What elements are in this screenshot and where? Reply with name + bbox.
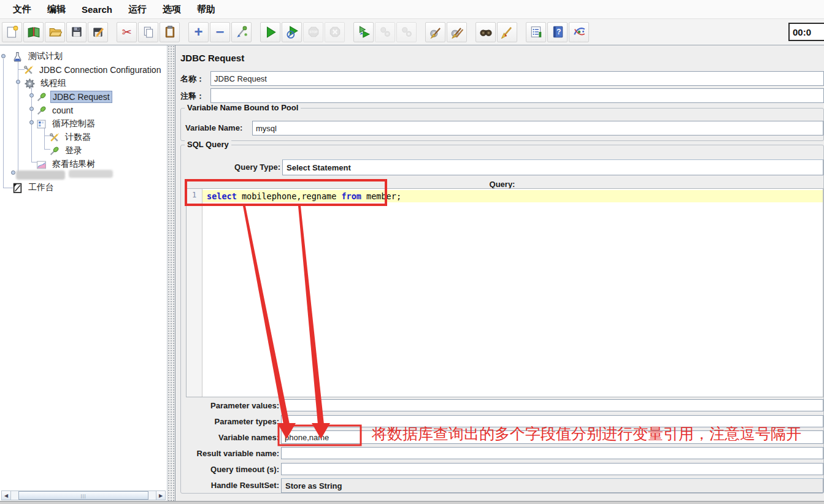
remote-start-button[interactable]: [353, 22, 374, 42]
scroll-right-arrow-icon[interactable]: ▶: [156, 491, 165, 500]
menu-help[interactable]: 帮助: [189, 0, 223, 18]
query-type-combo[interactable]: Select Statement: [282, 159, 823, 175]
save-button[interactable]: [66, 22, 87, 42]
clear-button[interactable]: [425, 22, 445, 42]
new-file-icon: [6, 25, 19, 39]
remove-icon: −: [215, 25, 224, 39]
remote-shutdown-button: [396, 22, 417, 42]
scrollbar-track[interactable]: [148, 491, 156, 500]
copy-button[interactable]: [138, 22, 158, 42]
scroll-left-arrow-icon[interactable]: ◀: [2, 491, 11, 500]
open-file-button[interactable]: [45, 22, 65, 42]
query-type-value: Select Statement: [287, 163, 351, 172]
sql-group-title: SQL Query: [185, 140, 231, 149]
parameter-types-input[interactable]: [281, 415, 823, 427]
start-no-pauses-button[interactable]: [282, 22, 302, 42]
menu-search[interactable]: Search: [74, 0, 120, 18]
copy-icon: [142, 25, 155, 39]
tree-handle-loop-controller[interactable]: [29, 120, 34, 124]
handle-resultset-label: Handle ResultSet:: [181, 481, 279, 490]
tree-handle-count[interactable]: [29, 107, 34, 111]
tree-handle-hidden-node[interactable]: [11, 170, 15, 175]
pool-groupbox: Variable Name Bound to Pool Variable Nam…: [180, 108, 824, 141]
function-helper-button[interactable]: [526, 22, 546, 42]
menu-file[interactable]: 文件: [5, 0, 39, 18]
page-title: JDBC Request: [180, 53, 244, 63]
templates-button[interactable]: [23, 22, 44, 42]
save-as-button[interactable]: [88, 22, 108, 42]
tree-item-loop-controller[interactable]: 循环控制器: [36, 118, 97, 130]
tree-item-label: JDBC Request: [50, 91, 112, 103]
help-button[interactable]: ?: [547, 22, 568, 42]
search-reset-button[interactable]: [497, 22, 517, 42]
remove-button[interactable]: −: [210, 22, 230, 42]
tree-item-workbench[interactable]: 工作台: [12, 181, 56, 194]
search-button[interactable]: [476, 22, 496, 42]
tree-item-label: count: [50, 105, 75, 116]
parameter-values-input[interactable]: [281, 399, 823, 411]
test-duration-timer: 00:0: [788, 23, 824, 41]
handle-resultset-combo[interactable]: Store as String: [281, 478, 823, 493]
sql-query-groupbox: SQL Query Query Type: Select Statement Q…: [180, 145, 824, 494]
sql-text: mobilephone,regname: [237, 191, 342, 201]
tree-item-counter[interactable]: 计数器: [49, 131, 93, 143]
comment-label: 注释：: [180, 91, 204, 102]
jdbc-request-panel: JDBC Request 名称： 注释： Variable Name Bound…: [175, 45, 824, 501]
query-timeout-input[interactable]: [281, 463, 823, 475]
shutdown-icon: [328, 25, 342, 39]
sql-code-line[interactable]: select mobilephone,regname from member;: [202, 190, 823, 202]
tree-item-thread-group[interactable]: 线程组: [25, 77, 68, 90]
workbench-icon: [12, 183, 23, 193]
toggle-icon: [235, 25, 248, 39]
tree-item-jdbc-connection-configuration[interactable]: JDBC Connection Configuration: [23, 64, 163, 76]
query-label: Query:: [490, 180, 515, 189]
stop-button: STOP: [303, 22, 323, 42]
crossed-tools-icon: [49, 132, 60, 143]
tree-item-jdbc-request[interactable]: JDBC Request: [36, 91, 112, 103]
menu-run[interactable]: 运行: [120, 0, 155, 18]
panel-splitter[interactable]: [167, 45, 175, 501]
comment-input[interactable]: [210, 88, 824, 103]
paste-button[interactable]: [160, 22, 180, 42]
tree-horizontal-scrollbar[interactable]: ◀ ||| ▶: [1, 491, 166, 500]
result-variable-name-input[interactable]: [281, 447, 823, 459]
tree-handle-thread-group[interactable]: [16, 80, 20, 84]
sql-editor[interactable]: 1 select mobilephone,regname from member…: [186, 188, 823, 397]
loop-controller-icon: [36, 119, 47, 129]
menu-edit[interactable]: 编辑: [39, 0, 74, 18]
tree-handle-test-plan[interactable]: [1, 54, 6, 58]
tree-item-test-plan[interactable]: 测试计划: [12, 50, 64, 63]
new-file-button[interactable]: [2, 22, 22, 42]
add-icon: +: [194, 25, 202, 39]
tree-handle-jdbc-request[interactable]: [29, 93, 34, 97]
search-icon: [479, 25, 493, 39]
results-tree-icon: [36, 159, 47, 170]
tree-item-label: 察看结果树: [50, 158, 97, 170]
add-button[interactable]: +: [188, 22, 209, 42]
redacted-tree-item: [69, 170, 113, 178]
start-button[interactable]: [260, 22, 280, 42]
jmeter-logo-button[interactable]: [569, 22, 589, 42]
tree-item-label: 登录: [63, 145, 84, 157]
tree-item-count[interactable]: count: [36, 104, 75, 116]
name-input[interactable]: [210, 71, 824, 86]
clear-all-button[interactable]: [447, 22, 467, 42]
tree-item-view-results-tree[interactable]: 察看结果树: [36, 158, 97, 170]
variable-names-input[interactable]: [281, 430, 823, 444]
cut-button[interactable]: ✂: [117, 22, 137, 42]
crossed-tools-icon: [23, 65, 34, 75]
tree-item-label: 工作台: [26, 181, 56, 194]
jmeter-logo-icon: [572, 25, 586, 39]
shutdown-button: [325, 22, 345, 42]
start-icon: [264, 25, 277, 39]
variable-name-input[interactable]: [252, 121, 823, 136]
remote-shutdown-icon: [400, 25, 414, 39]
test-plan-tree: 测试计划 JDBC Connection Configuration 线程组 J…: [0, 45, 167, 501]
scrollbar-thumb[interactable]: |||: [18, 491, 148, 500]
tree-item-label: 测试计划: [26, 50, 64, 63]
start-no-pauses-icon: [285, 25, 299, 39]
tree-item-login[interactable]: 登录: [49, 145, 84, 157]
toggle-button[interactable]: [231, 22, 252, 42]
menu-options[interactable]: 选项: [155, 0, 189, 18]
tree-item-label: 线程组: [39, 77, 68, 90]
